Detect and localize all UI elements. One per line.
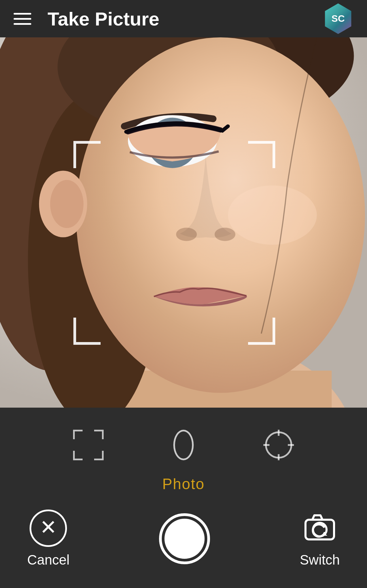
- face-bracket-mode-button[interactable]: [41, 425, 136, 465]
- menu-icon-line1: [14, 13, 31, 15]
- switch-camera-icon: [301, 510, 338, 547]
- svg-point-9: [50, 180, 84, 228]
- crosshair-line-top: [278, 430, 280, 436]
- camera-viewfinder[interactable]: [0, 37, 367, 408]
- sbc-bl: [73, 451, 83, 460]
- app-header: Take Picture SC: [0, 0, 367, 37]
- svg-point-15: [215, 228, 235, 241]
- face-bracket-icon: [73, 430, 104, 460]
- menu-button[interactable]: [14, 8, 34, 29]
- svg-point-7: [76, 37, 365, 393]
- camera-preview: [0, 37, 367, 408]
- sbc-tr: [94, 430, 104, 439]
- crosshair-line-right: [288, 444, 294, 446]
- bottom-controls: Photo ✕ Cancel: [0, 408, 367, 588]
- avatar[interactable]: SC: [323, 3, 353, 34]
- oval-icon: [173, 430, 194, 460]
- mode-label: Photo: [162, 476, 205, 492]
- svg-point-16: [228, 185, 317, 245]
- oval-mode-button[interactable]: [136, 425, 231, 465]
- cancel-icon: ✕: [30, 510, 67, 547]
- svg-point-14: [176, 228, 197, 241]
- cancel-x-icon: ✕: [40, 517, 57, 538]
- crosshair-icon: [263, 430, 294, 460]
- photo-label-row: Photo: [162, 472, 205, 503]
- shutter-inner: [164, 519, 205, 559]
- shutter-button[interactable]: [159, 513, 210, 564]
- mode-icons-row: [0, 408, 367, 472]
- menu-icon-line3: [14, 23, 31, 25]
- switch-label: Switch: [300, 552, 340, 568]
- menu-icon-line2: [14, 18, 31, 20]
- cancel-label: Cancel: [27, 552, 70, 568]
- crosshair-line-left: [263, 444, 269, 446]
- switch-camera-button[interactable]: Switch: [300, 510, 340, 568]
- cancel-button[interactable]: ✕ Cancel: [27, 510, 70, 568]
- action-row: ✕ Cancel Sw: [0, 503, 367, 588]
- crosshair-mode-button[interactable]: [231, 425, 326, 465]
- avatar-initials: SC: [332, 13, 345, 24]
- page-title: Take Picture: [48, 8, 323, 30]
- sbc-tl: [73, 430, 83, 439]
- sbc-br: [94, 451, 104, 460]
- crosshair-line-bottom: [278, 454, 280, 460]
- switch-svg: [303, 511, 337, 545]
